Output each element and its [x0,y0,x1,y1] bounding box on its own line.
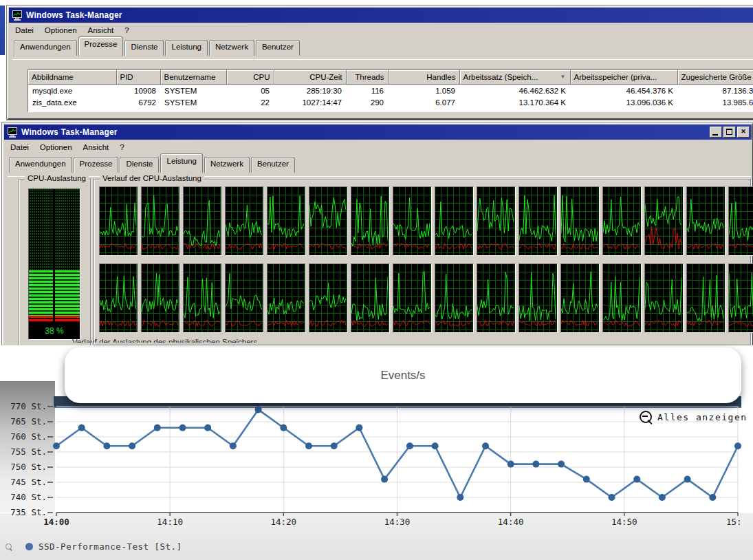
process-cell: SYSTEM [160,96,226,108]
process-cell: zis_data.exe [28,96,116,108]
data-point-marker [280,424,287,431]
w2-menu-optionen[interactable]: Optionen [36,142,76,153]
column-header-zugesichertegröße[interactable]: Zugesicherte Größe [677,70,753,85]
maximize-button[interactable] [723,127,736,138]
x-tick-label: 14:10 [147,517,193,527]
column-header-arbeitssatzspeich[interactable]: Arbeitssatz (Speich...▼ [459,70,570,85]
column-header-label: Arbeitsspeicher (priva... [574,73,657,81]
w1-tab-netzwerk[interactable]: Netzwerk [209,40,254,56]
data-point-marker [532,461,539,468]
cpu-history-graph [267,263,306,333]
w1-menubar: DateiOptionenAnsicht? [8,23,753,36]
w1-tab-anwendungen[interactable]: Anwendungen [14,40,77,56]
data-point-marker [154,424,161,431]
w2-tab-dienste[interactable]: Dienste [120,157,159,173]
data-point-marker [609,494,615,501]
sort-descending-icon: ▼ [560,74,566,80]
w1-menu-ansicht[interactable]: Ansicht [84,25,118,36]
process-cell: mysqld.exe [28,85,116,97]
column-header-label: Abbildname [32,73,74,81]
cpu-history-graph [141,263,180,333]
process-table: AbbildnamePIDBenutzernameCPUCPU-ZeitThre… [28,70,753,108]
gauge-red-leds [29,316,80,322]
w1-titlebar[interactable]: Windows Task-Manager [9,8,753,23]
cpu-history-graph [728,186,753,256]
x-tick-label: 14:40 [488,517,534,527]
cpu-history-graph [560,263,600,333]
w1-tab-prozesse[interactable]: Prozesse [78,36,124,56]
show-all-label: Alles anzeigen [657,412,747,422]
x-tick-label: 14:50 [602,517,647,527]
process-cell: 10908 [116,85,160,97]
column-header-handles[interactable]: Handles [388,70,459,85]
w2-titlebar[interactable]: Windows Task-Manager ✕ [4,125,752,140]
column-header-abbildname[interactable]: Abbildname [28,70,116,85]
cpu-history-groupbox: Verlauf der CPU-Auslastung [94,179,751,345]
process-cell: 1027:14:47 [274,96,346,108]
w2-tabstrip: AnwendungenProzesseDiensteLeistungNetzwe… [9,155,748,173]
column-header-label: Arbeitssatz (Speich... [463,73,538,81]
cpu-history-graph [728,263,753,333]
column-header-label: Benutzername [164,73,216,81]
column-header-cpu[interactable]: CPU [226,70,274,85]
w2-menubar: DateiOptionenAnsicht? [3,140,752,153]
zoom-out-icon [640,411,652,423]
close-button[interactable]: ✕ [737,127,750,138]
w1-menu-hilfe[interactable]: ? [120,25,133,36]
w1-tab-dienste[interactable]: Dienste [124,40,164,56]
column-header-label: CPU [253,73,270,81]
w1-menu-optionen[interactable]: Optionen [41,25,81,36]
cpu-history-graph [309,263,348,333]
w2-menu-ansicht[interactable]: Ansicht [79,142,113,153]
process-cell: 290 [346,96,388,108]
data-point-marker [709,494,716,501]
process-cell: 6792 [116,96,160,108]
w2-tab-anwendungen[interactable]: Anwendungen [9,157,72,173]
process-row-zisdataexe[interactable]: zis_data.exe6792SYSTEM221027:14:472906.0… [28,96,753,108]
legend-magnifier-icon [6,543,12,550]
column-header-arbeitsspeicherpriva[interactable]: Arbeitsspeicher (priva... [570,70,677,85]
w1-tabstrip: AnwendungenProzesseDiensteLeistungNetzwe… [14,38,753,56]
w2-tab-leistung[interactable]: Leistung [160,153,202,173]
cpu-history-graph [686,186,725,256]
screenshot-root: Windows Task-Manager DateiOptionenAnsich… [0,0,753,560]
w1-menu-datei[interactable]: Datei [11,25,38,36]
w2-tab-netzwerk[interactable]: Netzwerk [204,157,250,173]
data-point-marker [381,476,388,483]
data-point-marker [356,424,362,431]
w2-tab-prozesse[interactable]: Prozesse [74,157,119,173]
process-cell: 87.136.328 K [677,85,753,97]
w1-tab-leistung[interactable]: Leistung [165,40,207,56]
data-point-marker [633,476,640,483]
series-legend-label[interactable]: SSD-Performance-Test [St.] [39,541,182,552]
cpu-history-graph [309,186,348,256]
minimize-button[interactable] [710,127,722,138]
y-tick-label: 750 St. [3,462,47,472]
data-point-marker [305,442,312,449]
cpu-history-graph [519,186,558,256]
process-cell: 46.462.632 K [459,85,570,97]
taskmanager-processes-window: Windows Task-Manager DateiOptionenAnsich… [7,6,753,120]
w1-tab-benutzer[interactable]: Benutzer [256,40,300,56]
series-color-dot [25,543,33,550]
column-header-cpuzeit[interactable]: CPU-Zeit [274,70,346,85]
cpu-history-graph [602,186,642,256]
column-header-pid[interactable]: PID [116,70,160,85]
w2-menu-datei[interactable]: Datei [6,142,33,153]
process-list[interactable]: AbbildnamePIDBenutzernameCPUCPU-ZeitThre… [28,69,753,112]
column-header-label: PID [120,73,133,81]
y-tick-label: 740 St. [3,492,47,502]
column-header-threads[interactable]: Threads [346,70,388,85]
cpu-history-graph [686,263,725,333]
process-row-mysqldexe[interactable]: mysqld.exe10908SYSTEM05285:19:301161.059… [28,85,753,97]
data-point-marker [230,442,237,449]
cpu-history-graph [141,186,180,256]
y-tick-label: 765 St. [3,416,47,427]
column-header-benutzername[interactable]: Benutzername [160,70,226,85]
process-cell: 6.077 [388,96,459,108]
show-all-button[interactable]: Alles anzeigen [640,411,747,423]
data-point-marker [583,476,590,483]
w2-menu-hilfe[interactable]: ? [116,142,128,153]
w2-tab-benutzer[interactable]: Benutzer [251,157,295,173]
cpu-history-row [99,263,753,333]
